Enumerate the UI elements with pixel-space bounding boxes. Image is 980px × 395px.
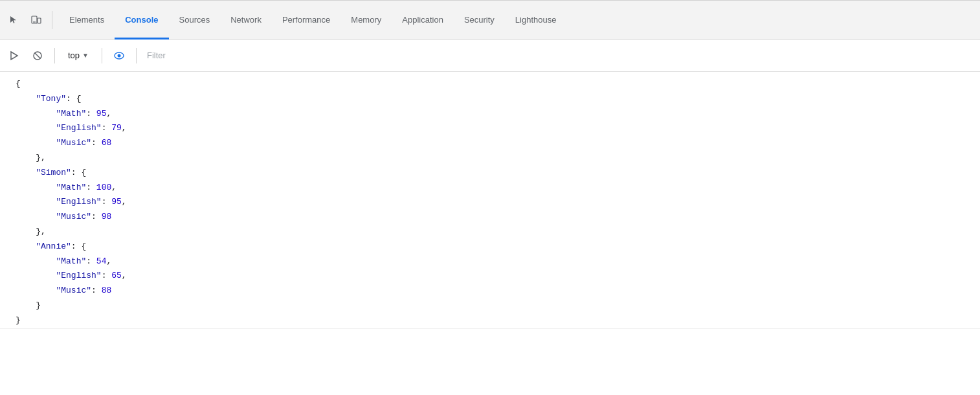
console-line-14: "Music": 88 [0, 284, 980, 299]
tab-sources[interactable]: Sources [169, 1, 221, 40]
console-line-8: "English": 95, [0, 195, 980, 210]
console-line-16: } [0, 313, 980, 328]
eye-icon[interactable] [110, 47, 128, 65]
devtools-window: Elements Console Sources Network Perform… [0, 0, 980, 395]
console-line-11: "Annie": { [0, 240, 980, 254]
svg-line-5 [35, 53, 40, 58]
svg-point-7 [117, 54, 120, 57]
console-line-10: }, [0, 225, 980, 240]
execute-icon[interactable] [5, 47, 23, 65]
tab-application[interactable]: Application [392, 1, 454, 40]
console-output: { "Tony": { "Math": 95, "English": 79, "… [0, 72, 980, 395]
console-line-12: "Math": 54, [0, 254, 980, 269]
tab-elements[interactable]: Elements [59, 1, 115, 40]
console-line-6: "Simon": { [0, 166, 980, 181]
chevron-down-icon: ▼ [82, 52, 89, 59]
console-line-9: "Music": 98 [0, 210, 980, 225]
tab-performance[interactable]: Performance [272, 1, 340, 40]
toolbar-divider-2 [102, 48, 102, 63]
console-line-5: }, [0, 151, 980, 166]
console-entry: { "Tony": { "Math": 95, "English": 79, "… [0, 77, 980, 329]
console-line-0: { [0, 77, 980, 92]
svg-marker-3 [11, 52, 17, 60]
device-toolbar-icon[interactable] [27, 11, 45, 29]
console-line-4: "Music": 68 [0, 136, 980, 151]
tab-memory[interactable]: Memory [340, 1, 392, 40]
inspect-element-icon[interactable] [5, 11, 23, 29]
svg-rect-1 [38, 18, 41, 23]
console-line-13: "English": 65, [0, 269, 980, 284]
clear-console-icon[interactable] [28, 47, 47, 65]
tab-console[interactable]: Console [115, 1, 168, 40]
console-line-2: "Math": 95, [0, 107, 980, 122]
tab-list: Elements Console Sources Network Perform… [59, 1, 566, 39]
context-selector[interactable]: top ▼ [63, 48, 94, 63]
console-line-3: "English": 79, [0, 121, 980, 136]
console-line-15: } [0, 299, 980, 313]
filter-input[interactable] [144, 48, 975, 63]
tab-network[interactable]: Network [220, 1, 272, 40]
tab-security[interactable]: Security [454, 1, 505, 40]
tab-bar-icons [5, 11, 52, 29]
console-toolbar: top ▼ [0, 40, 980, 72]
tab-lighthouse[interactable]: Lighthouse [505, 1, 567, 40]
tab-bar: Elements Console Sources Network Perform… [0, 1, 980, 40]
console-line-7: "Math": 100, [0, 181, 980, 196]
toolbar-divider-1 [54, 48, 55, 63]
console-line-1: "Tony": { [0, 92, 980, 107]
toolbar-divider-3 [136, 48, 137, 63]
